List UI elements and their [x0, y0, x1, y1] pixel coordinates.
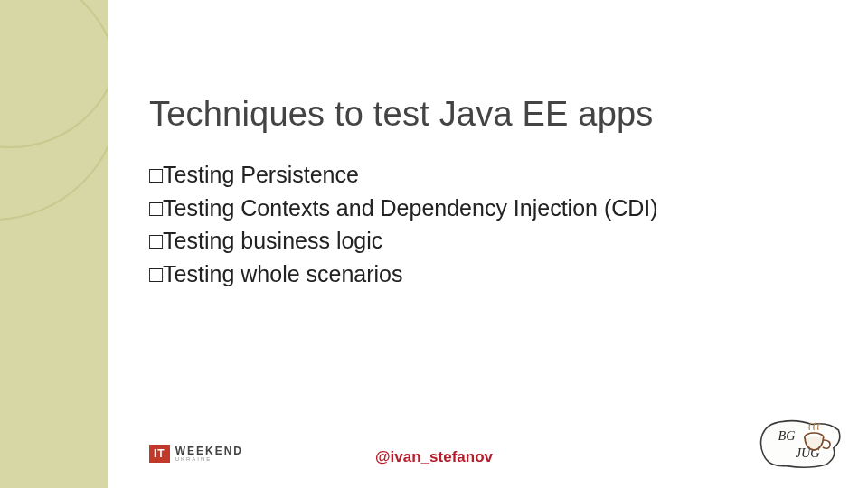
weekend-text: WEEKEND [175, 446, 243, 456]
list-item: □Testing whole scenarios [149, 258, 818, 290]
list-item: □Testing Persistence [149, 159, 818, 191]
ukraine-text: UKRAINE [175, 456, 243, 462]
bullet-text: Testing Persistence [163, 162, 359, 187]
svg-text:BG: BG [778, 428, 797, 443]
checkbox-icon: □ [149, 225, 163, 257]
bgjug-logo: BG JUG [758, 416, 844, 472]
twitter-handle: @ivan_stefanov [375, 448, 493, 466]
checkbox-icon: □ [149, 258, 163, 290]
bullet-text: Testing whole scenarios [163, 261, 402, 286]
it-badge: IT [149, 445, 170, 463]
bullet-text: Testing Contexts and Dependency Injectio… [163, 195, 658, 221]
checkbox-icon: □ [149, 159, 163, 191]
slide-title: Techniques to test Java EE apps [149, 95, 654, 134]
bullet-text: Testing business logic [163, 228, 382, 253]
list-item: □Testing business logic [149, 225, 818, 257]
list-item: □Testing Contexts and Dependency Injecti… [149, 192, 818, 224]
footer: IT WEEKEND UKRAINE @ivan_stefanov BG JUG [0, 418, 868, 472]
decorative-left-band [0, 0, 108, 488]
bullet-list: □Testing Persistence □Testing Contexts a… [149, 159, 818, 291]
checkbox-icon: □ [149, 192, 163, 224]
itweekend-logo: IT WEEKEND UKRAINE [149, 445, 243, 463]
